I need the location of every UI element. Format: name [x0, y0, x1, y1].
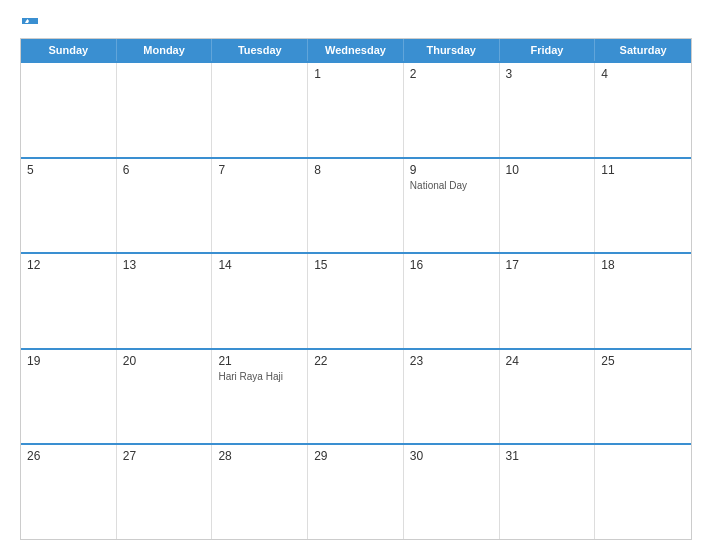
- cal-header-saturday: Saturday: [595, 39, 691, 61]
- cal-day-number: 24: [506, 354, 589, 368]
- cal-cell: 28: [212, 445, 308, 539]
- cal-cell: 21Hari Raya Haji: [212, 350, 308, 444]
- cal-header-wednesday: Wednesday: [308, 39, 404, 61]
- cal-week-2: 56789National Day1011: [21, 157, 691, 253]
- cal-header-sunday: Sunday: [21, 39, 117, 61]
- cal-cell: 25: [595, 350, 691, 444]
- cal-cell: 23: [404, 350, 500, 444]
- cal-cell: [21, 63, 117, 157]
- cal-cell: 14: [212, 254, 308, 348]
- cal-week-5: 262728293031: [21, 443, 691, 539]
- cal-day-number: 22: [314, 354, 397, 368]
- cal-day-number: 27: [123, 449, 206, 463]
- cal-day-number: 16: [410, 258, 493, 272]
- cal-day-number: 15: [314, 258, 397, 272]
- cal-cell: 12: [21, 254, 117, 348]
- cal-header-monday: Monday: [117, 39, 213, 61]
- cal-cell: 13: [117, 254, 213, 348]
- cal-day-number: 1: [314, 67, 397, 81]
- cal-day-number: 17: [506, 258, 589, 272]
- cal-cell: 10: [500, 159, 596, 253]
- cal-day-number: 21: [218, 354, 301, 368]
- cal-day-number: 7: [218, 163, 301, 177]
- page: SundayMondayTuesdayWednesdayThursdayFrid…: [0, 0, 712, 550]
- cal-day-number: 13: [123, 258, 206, 272]
- cal-cell: [595, 445, 691, 539]
- cal-cell: 31: [500, 445, 596, 539]
- cal-week-3: 12131415161718: [21, 252, 691, 348]
- cal-day-number: 29: [314, 449, 397, 463]
- cal-cell: 20: [117, 350, 213, 444]
- cal-day-number: 3: [506, 67, 589, 81]
- cal-cell: 15: [308, 254, 404, 348]
- cal-cell: 9National Day: [404, 159, 500, 253]
- cal-week-4: 192021Hari Raya Haji22232425: [21, 348, 691, 444]
- cal-cell: 30: [404, 445, 500, 539]
- cal-cell: 7: [212, 159, 308, 253]
- cal-cell: 8: [308, 159, 404, 253]
- cal-cell: 5: [21, 159, 117, 253]
- calendar: SundayMondayTuesdayWednesdayThursdayFrid…: [20, 38, 692, 540]
- cal-header-thursday: Thursday: [404, 39, 500, 61]
- cal-day-number: 28: [218, 449, 301, 463]
- cal-day-number: 19: [27, 354, 110, 368]
- cal-day-number: 8: [314, 163, 397, 177]
- cal-day-number: 6: [123, 163, 206, 177]
- cal-cell: 22: [308, 350, 404, 444]
- cal-day-number: 23: [410, 354, 493, 368]
- cal-event-label: National Day: [410, 179, 493, 192]
- cal-day-number: 18: [601, 258, 685, 272]
- cal-event-label: Hari Raya Haji: [218, 370, 301, 383]
- cal-day-number: 9: [410, 163, 493, 177]
- cal-day-number: 20: [123, 354, 206, 368]
- cal-cell: 17: [500, 254, 596, 348]
- cal-day-number: 4: [601, 67, 685, 81]
- cal-day-number: 12: [27, 258, 110, 272]
- cal-cell: 11: [595, 159, 691, 253]
- cal-cell: 29: [308, 445, 404, 539]
- calendar-header: SundayMondayTuesdayWednesdayThursdayFrid…: [21, 39, 691, 61]
- cal-cell: 16: [404, 254, 500, 348]
- cal-cell: 24: [500, 350, 596, 444]
- cal-day-number: 5: [27, 163, 110, 177]
- logo-blue-text: [20, 18, 38, 30]
- cal-cell: 6: [117, 159, 213, 253]
- cal-cell: 4: [595, 63, 691, 157]
- cal-day-number: 2: [410, 67, 493, 81]
- header: [20, 18, 692, 30]
- cal-cell: 1: [308, 63, 404, 157]
- cal-cell: 18: [595, 254, 691, 348]
- cal-cell: [117, 63, 213, 157]
- cal-day-number: 25: [601, 354, 685, 368]
- cal-week-1: 1234: [21, 61, 691, 157]
- cal-day-number: 31: [506, 449, 589, 463]
- cal-day-number: 26: [27, 449, 110, 463]
- cal-cell: 2: [404, 63, 500, 157]
- cal-cell: 19: [21, 350, 117, 444]
- cal-cell: 27: [117, 445, 213, 539]
- cal-cell: 3: [500, 63, 596, 157]
- cal-header-tuesday: Tuesday: [212, 39, 308, 61]
- logo-flag-icon: [22, 18, 38, 30]
- logo: [20, 18, 38, 30]
- svg-rect-1: [22, 24, 38, 30]
- cal-day-number: 14: [218, 258, 301, 272]
- calendar-body: 123456789National Day1011121314151617181…: [21, 61, 691, 539]
- svg-rect-0: [22, 18, 38, 24]
- cal-day-number: 11: [601, 163, 685, 177]
- cal-day-number: 30: [410, 449, 493, 463]
- cal-day-number: 10: [506, 163, 589, 177]
- cal-header-friday: Friday: [500, 39, 596, 61]
- cal-cell: [212, 63, 308, 157]
- cal-cell: 26: [21, 445, 117, 539]
